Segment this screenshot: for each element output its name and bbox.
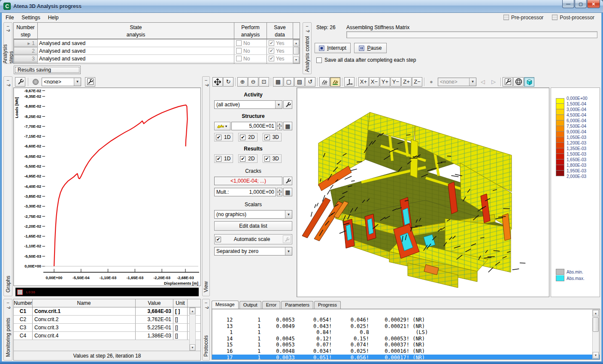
activity-settings-button[interactable] xyxy=(283,100,292,109)
view-y-plus-tool[interactable]: Y+ xyxy=(380,77,390,87)
protocol-scroll-thumb[interactable] xyxy=(593,317,599,332)
collapse-icon[interactable]: – xyxy=(306,24,309,29)
perform-analysis-cell[interactable]: No xyxy=(234,63,267,64)
prev-view-tool[interactable]: ◁ xyxy=(478,77,488,87)
pre-processor-button[interactable]: Pre-processor xyxy=(499,15,548,21)
save-data-cell[interactable]: ✔Yes xyxy=(267,47,293,54)
table-row[interactable]: C1Conv.crit.13,684E-03[ ] xyxy=(14,307,200,316)
checkbox-icon[interactable] xyxy=(316,57,322,63)
auto-scale-checkbox[interactable]: ✔ xyxy=(215,237,221,242)
show-cracks-filtered-tool[interactable] xyxy=(330,77,340,87)
checkbox-icon[interactable]: ✔ xyxy=(216,156,221,162)
scroll-up-icon[interactable]: ▲ xyxy=(293,40,299,46)
monitoring-scrollbar[interactable]: ▲ ▼ xyxy=(189,307,196,351)
checkbox-icon[interactable]: ✔ xyxy=(269,63,274,64)
save-all-checkbox[interactable]: Save all data after completing each step xyxy=(316,57,416,63)
tab-message[interactable]: Message xyxy=(212,301,239,309)
redraw-hatch-tool[interactable]: ▨ xyxy=(294,77,305,87)
tab-monitoring-points[interactable]: – ? Monitoring points xyxy=(3,299,12,361)
save-data-cell[interactable]: ✔Yes xyxy=(267,55,293,62)
checkbox-icon[interactable]: ✔ xyxy=(240,135,245,140)
view-z-minus-tool[interactable]: Z− xyxy=(412,77,422,87)
structure-size-stepper[interactable]: ▲▼ xyxy=(277,122,282,130)
protocol-line[interactable]: 16 1 0.0048 0.034! 0.025! 0.00016! (NR) xyxy=(212,348,600,355)
protocol-line[interactable]: 1 1 0.84! 0.8 (LS) xyxy=(212,329,600,336)
help-icon[interactable]: ? xyxy=(6,84,10,86)
structure-check-1d[interactable]: ✔1D xyxy=(214,133,233,141)
structure-check-2d[interactable]: ✔2D xyxy=(238,133,257,141)
tab-analysis-steps[interactable]: – ? Analysis steps xyxy=(3,22,12,64)
view-settings-tool[interactable] xyxy=(503,77,513,87)
scroll-down-icon[interactable]: ▼ xyxy=(190,344,195,351)
view-x-minus-tool[interactable]: X− xyxy=(369,77,379,87)
structure-check-3d[interactable]: ✔3D xyxy=(263,133,282,141)
checkbox-icon[interactable]: ✔ xyxy=(269,56,274,61)
protocol-line[interactable]: 14 1 0.0045 0.12! 0.15! 0.00053! (NR) xyxy=(212,336,600,342)
interrupt-button[interactable]: Interrupt xyxy=(315,43,351,53)
tab-analysis-control[interactable]: – ? Analysis control xyxy=(303,22,312,74)
save-data-cell[interactable]: ✔Yes xyxy=(267,63,293,64)
steps-scrollbar[interactable]: ▲ ▼ xyxy=(293,39,300,63)
table-row[interactable]: C2Conv.crit.23,762E-01[] xyxy=(14,316,200,324)
checkbox-icon[interactable]: ✔ xyxy=(264,156,270,162)
scroll-down-icon[interactable]: ▼ xyxy=(593,352,599,358)
zoom-window-tool[interactable]: ⊡ xyxy=(259,77,269,87)
checkbox-icon[interactable]: ✔ xyxy=(216,135,221,140)
checkbox-icon[interactable]: ✔ xyxy=(264,135,270,140)
record-indicator[interactable]: ● xyxy=(426,77,436,87)
protocol-line[interactable]: 13 1 0.0049 0.043! 0.025! 0.00021! (NR) xyxy=(212,323,600,330)
scalars-mode-select[interactable]: Separated by zero ▼ xyxy=(214,247,292,256)
table-row[interactable]: 2Analysed and savedNo✔Yes xyxy=(14,47,300,55)
protocol-output[interactable]: 12 1 0.0053 0.054! 0.046! 0.00029! (NR) … xyxy=(212,309,600,360)
next-view-tool[interactable]: ▷ xyxy=(488,77,499,87)
table-row[interactable]: 3Analysed and savedNo✔Yes xyxy=(14,55,300,63)
mult-table-button[interactable]: ▦ xyxy=(283,188,292,196)
graph-config-button[interactable] xyxy=(85,77,95,87)
auto-scale-settings-button[interactable] xyxy=(283,235,291,243)
perform-analysis-cell[interactable]: No xyxy=(234,55,267,62)
edit-data-list-button[interactable]: Edit data list xyxy=(214,221,292,231)
close-button[interactable]: ✕ xyxy=(587,0,600,8)
checkbox-icon[interactable]: ✔ xyxy=(269,40,274,46)
scroll-up-icon[interactable]: ▲ xyxy=(593,310,599,316)
collapse-icon[interactable]: – xyxy=(7,301,9,305)
redraw-window-tool[interactable]: ▢ xyxy=(284,77,294,87)
structure-size-field[interactable]: 5,000E+01 xyxy=(231,122,276,130)
table-row[interactable]: 4No✔Yes xyxy=(14,63,300,64)
redraw-filled-tool[interactable]: ▩ xyxy=(273,77,283,87)
view-preset-select[interactable]: <none>▼ xyxy=(438,78,476,86)
view-y-minus-tool[interactable]: Y− xyxy=(391,77,401,87)
graph-settings-button[interactable] xyxy=(15,77,25,87)
zoom-out-tool[interactable]: ⊖ xyxy=(248,77,258,87)
tab-parameters[interactable]: Parameters xyxy=(281,301,313,309)
maximize-button[interactable]: ▢ xyxy=(575,0,587,8)
view-z-plus-tool[interactable]: Z+ xyxy=(401,77,412,87)
model-viewport[interactable] xyxy=(297,87,549,297)
checkbox-icon[interactable] xyxy=(236,48,242,54)
results-check-2d[interactable]: ✔2D xyxy=(238,154,257,163)
table-row[interactable]: C4Conv.crit.41,386E-03[] xyxy=(14,332,200,340)
help-icon[interactable]: ? xyxy=(6,29,10,32)
protocol-line[interactable]: 12 1 0.0053 0.054! 0.046! 0.00029! (NR) xyxy=(212,317,600,323)
tab-progress[interactable]: Progress xyxy=(314,301,341,309)
orbit-tool[interactable]: ↻ xyxy=(223,77,233,87)
save-data-cell[interactable]: ✔Yes xyxy=(267,39,293,47)
help-icon[interactable]: ? xyxy=(305,30,309,32)
protocol-scrollbar[interactable]: ▲ ▼ xyxy=(592,310,599,359)
load-displacement-chart[interactable]: -9,67E-02-9,35E-02-8,80E-02-8,25E-02-7,7… xyxy=(13,87,201,286)
help-icon[interactable]: ? xyxy=(203,306,208,309)
table-row[interactable]: ▸1Analysed and savedNo✔Yes xyxy=(14,39,300,47)
tab-view[interactable]: – ? View xyxy=(202,76,210,296)
scroll-up-icon[interactable]: ▲ xyxy=(190,308,195,314)
checkbox-icon[interactable]: ✔ xyxy=(269,48,274,54)
checkbox-icon[interactable] xyxy=(236,56,242,61)
reset-view-tool[interactable]: ↺ xyxy=(305,77,315,87)
tab-error[interactable]: Error xyxy=(262,301,280,309)
checkbox-icon[interactable]: ✔ xyxy=(240,156,245,162)
cracks-mult-field[interactable]: Mult.: 1,000E+00 xyxy=(214,188,276,196)
scalars-graphics-select[interactable]: (no graphics) ▼ xyxy=(214,210,292,219)
perform-analysis-cell[interactable]: No xyxy=(234,39,267,47)
tab-graphs[interactable]: – ? Graphs xyxy=(3,76,12,296)
cracks-range-field[interactable]: <1,000E-04; ...) xyxy=(214,177,282,185)
render-wireframe-tool[interactable] xyxy=(513,77,524,87)
